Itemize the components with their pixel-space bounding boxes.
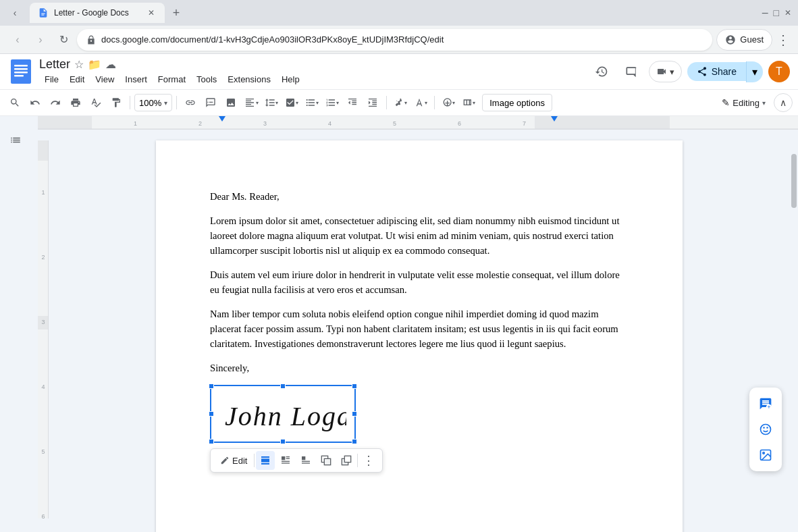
svg-text:4: 4 <box>41 383 45 390</box>
history-btn[interactable] <box>589 59 614 84</box>
browser-more-btn[interactable]: ⋮ <box>776 32 790 48</box>
share-dropdown-btn[interactable]: ▾ <box>746 61 763 82</box>
signature-container[interactable]: John Logan Edit <box>210 385 383 473</box>
menu-file[interactable]: File <box>39 73 64 86</box>
cloud-btn[interactable]: ☁ <box>105 58 116 71</box>
document-page: Dear Ms. Reader, Lorem ipsum dolor sit a… <box>156 140 683 532</box>
svg-text:John Logan: John Logan <box>225 401 346 431</box>
img-wrap-text-btn[interactable] <box>276 451 295 470</box>
link-btn[interactable] <box>181 93 200 112</box>
img-front-text-btn[interactable] <box>337 451 356 470</box>
share-btn[interactable]: Share ▾ <box>687 61 763 82</box>
editing-mode-btn[interactable]: ✎ Editing ▾ <box>716 93 771 112</box>
handle-bl[interactable] <box>209 439 214 444</box>
svg-rect-33 <box>286 458 290 459</box>
add-comment-side-btn[interactable]: + <box>753 392 778 416</box>
menu-view[interactable]: View <box>90 73 119 86</box>
text-color-btn[interactable]: ▾ <box>411 93 430 112</box>
bullet-list-btn[interactable]: ▾ <box>302 93 321 112</box>
collapse-toolbar-btn[interactable]: ∧ <box>774 93 793 112</box>
window-minimize-btn[interactable]: – <box>762 7 768 19</box>
new-tab-btn[interactable]: + <box>167 4 185 22</box>
svg-rect-1 <box>41 15 44 16</box>
meet-dropdown[interactable]: ▾ <box>670 67 674 77</box>
insert-link-btn[interactable]: ▾ <box>439 93 458 112</box>
toolbar-divider-4 <box>434 96 435 109</box>
svg-text:5: 5 <box>393 120 396 127</box>
undo-btn[interactable] <box>26 93 45 112</box>
doc-title[interactable]: Letter <box>39 57 70 72</box>
svg-point-49 <box>763 452 765 454</box>
increase-indent-btn[interactable] <box>363 93 382 112</box>
tab-title: Letter - Google Docs <box>54 8 140 18</box>
browser-back-btn[interactable]: ‹ <box>7 5 23 21</box>
add-emoji-side-btn[interactable] <box>753 417 778 442</box>
outline-toggle-btn[interactable] <box>9 135 22 150</box>
handle-tr[interactable] <box>352 383 357 389</box>
handle-ml[interactable] <box>209 411 214 417</box>
image-options-btn[interactable]: Image options <box>482 94 552 111</box>
handle-tm[interactable] <box>280 383 286 389</box>
spellcheck-btn[interactable] <box>86 93 105 112</box>
handle-mr[interactable] <box>352 411 357 417</box>
docs-tab-icon <box>38 7 49 18</box>
browser-tab[interactable]: Letter - Google Docs ✕ <box>30 3 165 23</box>
toolbar-divider-3 <box>386 96 387 109</box>
refresh-btn[interactable]: ↻ <box>54 30 73 49</box>
folder-btn[interactable]: 📁 <box>88 58 101 71</box>
align-btn[interactable]: ▾ <box>242 93 261 112</box>
checklist-btn[interactable]: ▾ <box>282 93 301 112</box>
zoom-selector[interactable]: 100% ▾ <box>134 94 172 111</box>
doc-greeting: Dear Ms. Reader, <box>210 189 629 204</box>
menu-help[interactable]: Help <box>276 73 305 86</box>
avatar[interactable]: T <box>768 61 790 82</box>
window-close-btn[interactable]: ✕ <box>784 8 791 18</box>
svg-rect-0 <box>41 14 45 14</box>
guest-label: Guest <box>740 34 764 45</box>
menu-tools[interactable]: Tools <box>191 73 222 86</box>
line-spacing-btn[interactable]: ▾ <box>262 93 281 112</box>
address-bar[interactable]: docs.google.com/document/d/1-kvH3gCdjeAo… <box>77 29 712 51</box>
meet-btn[interactable]: ▾ <box>649 61 682 82</box>
menu-insert[interactable]: Insert <box>119 73 153 86</box>
back-btn[interactable]: ‹ <box>8 30 27 49</box>
img-break-text-btn[interactable] <box>296 451 315 470</box>
img-edit-btn[interactable]: Edit <box>215 454 252 468</box>
window-maximize-btn[interactable]: □ <box>774 7 779 18</box>
guest-btn[interactable]: Guest <box>716 29 772 51</box>
search-toolbar-btn[interactable] <box>5 93 24 112</box>
svg-text:6: 6 <box>458 120 461 127</box>
svg-rect-32 <box>286 456 290 457</box>
menu-edit[interactable]: Edit <box>64 73 90 86</box>
paint-format-btn[interactable] <box>107 93 126 112</box>
star-btn[interactable]: ☆ <box>74 58 84 71</box>
redo-btn[interactable] <box>46 93 65 112</box>
doc-para1: Lorem ipsum dolor sit amet, consectetuer… <box>210 213 629 258</box>
column-layout-btn[interactable]: ▾ <box>459 93 478 112</box>
svg-rect-19 <box>38 140 49 161</box>
handle-br[interactable] <box>352 439 357 444</box>
svg-point-45 <box>761 425 771 435</box>
edit-pencil-icon: ✎ <box>722 97 730 108</box>
img-more-btn[interactable]: ⋮ <box>359 451 378 470</box>
handle-bm[interactable] <box>280 439 286 444</box>
decrease-indent-btn[interactable] <box>343 93 362 112</box>
highlight-btn[interactable]: ▾ <box>391 93 410 112</box>
print-btn[interactable] <box>66 93 85 112</box>
svg-rect-30 <box>261 463 269 464</box>
tab-close-btn[interactable]: ✕ <box>146 7 157 18</box>
numbered-list-btn[interactable]: ▾ <box>323 93 342 112</box>
menu-format[interactable]: Format <box>153 73 191 86</box>
comment-inline-btn[interactable] <box>201 93 220 112</box>
address-text: docs.google.com/document/d/1-kvH3gCdjeAo… <box>101 34 444 45</box>
scrollbar-thumb[interactable] <box>791 154 797 208</box>
image-btn[interactable] <box>221 93 240 112</box>
img-align-inline-btn[interactable] <box>256 451 275 470</box>
handle-tl[interactable] <box>209 383 214 389</box>
menu-extensions[interactable]: Extensions <box>222 73 276 86</box>
svg-text:+: + <box>768 404 771 410</box>
add-image-side-btn[interactable] <box>753 443 778 467</box>
img-behind-text-btn[interactable] <box>317 451 336 470</box>
forward-btn[interactable]: › <box>31 30 50 49</box>
comments-btn[interactable] <box>619 59 643 84</box>
